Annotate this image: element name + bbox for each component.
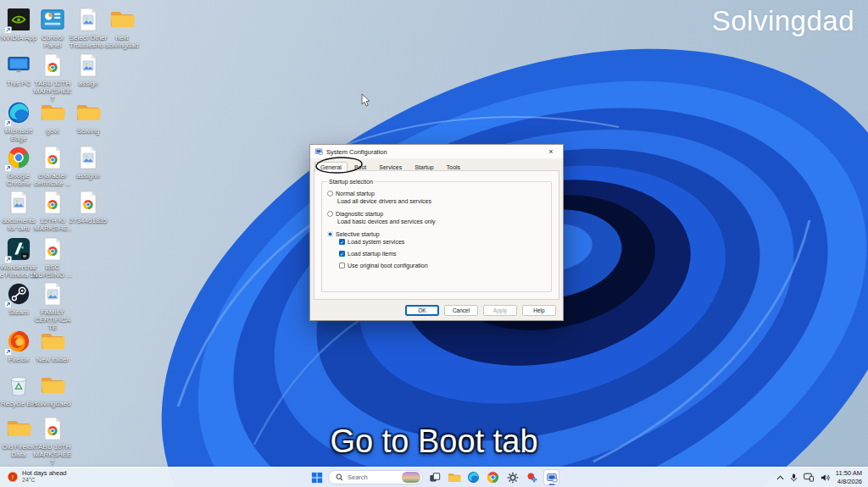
taskbar-system-configuration-icon[interactable] [543,469,559,485]
desktop-icon-label: Control Panel [33,34,72,49]
system-tray: 11:50 AM 4/8/2026 [776,468,862,487]
folder-icon [109,7,135,32]
dialog-button-row: OKCancelApplyHelp [405,305,556,316]
desktop-icon-label: New folder [36,356,69,363]
checkbox-load-startup-items[interactable]: ✓Load startup items [339,250,546,257]
desktop-icon-label: Steam [8,308,28,316]
active-app-indicator [548,484,554,485]
radio-button[interactable] [327,211,333,217]
desktop-icon-family-certificate[interactable]: FAMILY CERTIFICATE [33,281,72,332]
desktop-icon-govt[interactable]: govt [33,100,72,135]
system-configuration-dialog: System Configuration × GeneralBootServic… [309,144,564,321]
edge-icon [6,100,31,125]
taskbar-file-explorer-icon[interactable] [446,469,462,485]
search-placeholder: Search [348,473,398,481]
apply-button[interactable]: Apply [483,305,517,316]
folder-icon [6,416,31,441]
checkbox[interactable]: ✓ [339,239,345,245]
msconfig-icon [314,147,323,156]
microphone-icon[interactable] [790,473,798,483]
desktop-icon-assignn[interactable]: assignn [69,145,108,180]
cast-display-icon[interactable] [804,473,814,482]
desktop-icon-label: govt [46,127,58,135]
desktop-icon-label: BSC NURSING ... [33,263,72,279]
speaker-icon[interactable] [820,473,830,482]
filmora-icon: w [6,236,31,262]
radio-diagnostic-startup[interactable]: Diagnostic startup [327,210,546,218]
dialog-title: System Configuration [326,148,387,156]
checkbox[interactable] [339,263,345,268]
chromedoc-icon [75,190,101,215]
cancel-button[interactable]: Cancel [444,305,478,316]
desktop-icon-tabu-12th-marksheet[interactable]: TABU 12TH MARKSHEET [33,53,72,103]
taskbar-edge-icon[interactable] [465,469,481,485]
radio-label: Normal startup [336,191,375,196]
chromedoc-icon [40,53,65,78]
checkbox-label: Load startup items [348,251,397,257]
desktop-icon-solvingdaed[interactable]: solvingdaed [33,373,72,407]
ok-button[interactable]: OK [405,305,439,316]
close-icon[interactable]: × [543,147,559,156]
desktop-icon-solving[interactable]: Solving [69,100,108,135]
desktop-icon-next-solvingdad[interactable]: next solvingdad [103,7,142,49]
chrome-icon [6,145,31,170]
radio-label: Diagnostic startup [336,211,383,217]
startup-selection-groupbox: Startup selection Normal startupLoad all… [321,181,552,292]
dialog-titlebar[interactable]: System Configuration × [310,145,563,158]
chromedoc-icon [40,236,65,262]
checkbox-label: Use original boot configuration [348,263,428,268]
taskbar-search-box[interactable]: Search [328,470,423,484]
radio-selective-startup[interactable]: Selective startup [327,230,546,238]
taskbar-chrome-icon[interactable] [485,469,501,485]
desktop-icon-control-panel[interactable]: Control Panel [33,7,72,49]
mouse-cursor [361,93,371,108]
imagefile-icon [6,190,31,215]
steam-icon [6,281,31,307]
radio-button[interactable] [327,231,333,237]
checkbox-load-system-services[interactable]: ✓Load system services [339,238,546,246]
desktop: Solvingdad Go to Boot tab NVIDIA AppCont… [0,0,868,487]
nvidia-icon [6,7,31,32]
svg-text:!: ! [12,473,14,479]
desktop-icon-character-certificate[interactable]: character certificate ... [33,145,72,187]
option-description: Load basic devices and services only [337,219,546,224]
controlpanel-icon [40,7,65,32]
radio-normal-startup[interactable]: Normal startup [327,190,546,197]
taskbar-weather-widget[interactable]: ! Hot days ahead 24°C [7,469,67,484]
folder-icon [75,100,101,125]
checkbox[interactable]: ✓ [339,251,345,257]
desktop-icon-2734461835[interactable]: 2734461835 [69,190,108,224]
checkbox-use-original-boot-configuration[interactable]: Use original boot configuration [339,262,546,269]
taskbar-settings-icon[interactable] [504,469,520,485]
desktop-icon-12th-ki-markshe[interactable]: 12TH KI MARKSHE... [33,190,72,241]
desktop-icon-label: Solving [77,127,99,135]
folder-icon [40,373,65,398]
desktop-icon-tabu-10th-marksheet[interactable]: TABU 10TH MARKSHEET [33,416,72,467]
desktop-icon-label: solvingdaed [35,400,71,407]
imagefile-icon [40,281,65,307]
startup-options: Normal startupLoad all device drivers an… [327,190,546,269]
taskbar-pinned-app-icon[interactable] [524,469,540,485]
desktop-icon-label: This PC [7,80,31,87]
general-tab-page: Startup selection Normal startupLoad all… [314,170,559,300]
taskbar-clock[interactable]: 11:50 AM 4/8/2026 [836,469,862,485]
desktop-icon-assign[interactable]: assign [69,53,108,87]
tab-general[interactable]: General [314,162,348,172]
clock-date: 4/8/2026 [836,478,862,485]
taskbar-task-view-icon[interactable] [426,469,442,485]
chromedoc-icon [40,190,65,215]
imagefile-icon [75,7,101,32]
taskbar-start-button[interactable] [309,469,325,485]
chevron-up-icon[interactable] [776,475,784,480]
desktop-icon-bsc-nursing[interactable]: BSC NURSING ... [33,236,72,279]
imagefile-icon [75,53,101,78]
desktop-icon-label: assignn [76,172,100,180]
radio-button[interactable] [327,191,333,196]
help-button[interactable]: Help [522,305,556,316]
clock-time: 11:50 AM [836,469,862,477]
desktop-icon-new-folder[interactable]: New folder [33,329,72,363]
desktop-icon-label: Firefox [8,356,29,363]
recycle-icon [6,373,31,398]
folder-icon [40,100,65,125]
imagefile-icon [75,145,101,170]
